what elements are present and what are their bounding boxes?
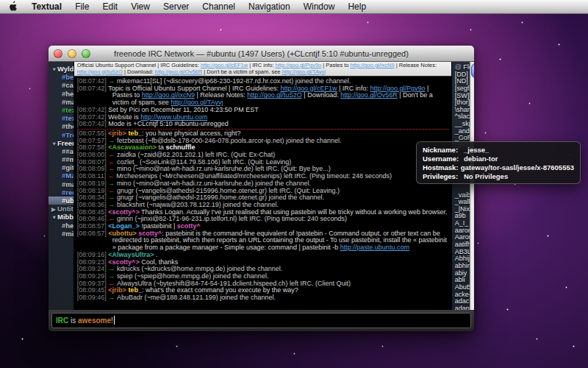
text-segment: | Don't be a victim of spam, see	[202, 68, 282, 75]
chat-message: [08:07:42] Topic is Official Ubuntu Supp…	[77, 85, 449, 107]
hyperlink[interactable]: http://goo.gl/cEF1w	[280, 85, 337, 92]
minimize-button[interactable]	[68, 49, 76, 58]
text-segment: <Ascavasaion>	[108, 144, 157, 151]
hyperlink[interactable]: http://goo.gl/ixcN9	[351, 62, 395, 68]
sidebar-group-freenode-irc-network[interactable]: ▼Freenode IRC Network	[49, 139, 74, 147]
menu-item-server[interactable]: Server	[157, 0, 196, 14]
hyperlink[interactable]: http://goo.gl/tuSzO	[247, 91, 302, 99]
text-segment: ←	[108, 280, 117, 287]
text-segment: spiep (~spiep@home.mmpg.de) joined the c…	[117, 272, 269, 280]
timestamp: [08:08:11]	[77, 172, 108, 180]
hyperlink[interactable]: http://goo.gl/Ov56R	[155, 68, 203, 75]
scrollbar-thumb[interactable]	[471, 63, 474, 78]
text-segment: !	[111, 316, 113, 325]
sidebar-item-reddit[interactable]: #reddit	[49, 188, 74, 197]
disclosure-triangle-icon[interactable]: ▼	[51, 66, 57, 74]
scroll-down-arrow-icon[interactable]: ▼	[473, 303, 474, 308]
apple-icon	[9, 1, 18, 13]
menu-item-help[interactable]: Help	[341, 0, 373, 14]
timestamp: [08:08:09]	[77, 165, 109, 172]
text-segment: ginnn (~jinxi@82-171-96-231.ip.telfort.n…	[117, 215, 347, 222]
sidebar-item-ubuntu[interactable]: #ubuntu	[49, 197, 74, 205]
sidebar-item-textual[interactable]: #textual	[49, 106, 74, 114]
input-bar: IRC is awesome!	[49, 310, 474, 331]
disclosure-triangle-icon[interactable]: ▼	[51, 213, 57, 222]
sidebar-item-apple[interactable]: ##apple	[49, 147, 74, 155]
menu-item-file[interactable]: File	[68, 0, 96, 14]
sidebar-item-mac[interactable]: ##mac	[49, 155, 74, 163]
text-segment: is	[68, 316, 78, 325]
sidebar-group-mibbit-irc-network[interactable]: ▼Mibbit IRC Network	[49, 213, 74, 221]
hyperlink[interactable]: http://goo.gl/TAyvj	[171, 99, 223, 106]
sidebar-item-carlyjean[interactable]: #carlyjean	[49, 81, 74, 89]
text-segment: mino (~mino@nat-wh-hadi.rz.uni-karlsruhe…	[117, 180, 311, 187]
sidebar-item-mandy[interactable]: #mandy	[49, 98, 74, 106]
hyperlink[interactable]: http://www.ubuntu.com	[140, 113, 207, 121]
sidebar-item-help[interactable]: #help	[49, 222, 74, 230]
timestamp: [08:08:00]	[77, 151, 109, 158]
hyperlink[interactable]: http://goo.gl/TAyvj	[282, 68, 326, 75]
window-title: freenode IRC Network — #ubuntu (1497 Use…	[114, 49, 409, 58]
timestamp: [08:08:46]	[77, 215, 109, 222]
hyperlink[interactable]: http://goo.gl/Pgv9o	[370, 85, 425, 92]
message-input[interactable]: IRC is awesome!	[51, 313, 471, 328]
sidebar-item-textual-dev[interactable]: #textual-dev	[49, 114, 74, 122]
disclosure-triangle-icon[interactable]: ▼	[51, 140, 57, 148]
timestamp: [08:07:42]	[77, 106, 109, 113]
timestamp: [08:08:36]	[77, 201, 109, 208]
menu-item-view[interactable]: View	[124, 0, 157, 14]
text-segment: gnugr (~vangelis@athedsl-215996.home.ote…	[117, 194, 324, 201]
menu-item-navigation[interactable]: Navigation	[242, 0, 297, 14]
menu-item-edit[interactable]: Edit	[96, 0, 124, 14]
scrollbar[interactable]: ▲ ▼	[470, 62, 474, 310]
text-segment: <ubottu>	[108, 230, 137, 237]
text-segment: →	[108, 265, 117, 272]
sidebar-group-untitled-connection[interactable]: ▶Untitled Connection	[49, 205, 74, 213]
tooltip-label: Nickname:	[423, 146, 464, 155]
timestamp: [08:07:55]	[77, 130, 109, 137]
sidebar-item-MacOSX[interactable]: #MacOSX	[49, 171, 74, 180]
timestamp: [08:08:07]	[77, 158, 109, 166]
text-segment: Mode is +CLcntjf 5:10 #ubuntu-unregged	[108, 120, 228, 127]
sidebar-item-macosxdev[interactable]: #macosxdev	[49, 180, 74, 188]
sidebar-item-thetechbuzz[interactable]: #thetechbuzz	[49, 122, 74, 130]
timestamp: [08:07:57]	[77, 137, 109, 144]
scroll-up-arrow-icon[interactable]: ▲	[473, 297, 474, 302]
text-segment: : you have physical access, right?	[142, 130, 241, 137]
text-caret	[114, 316, 115, 325]
timestamp: [08:08:19]	[77, 180, 109, 187]
timestamp: [08:08:57]	[77, 222, 109, 230]
timestamp: [08:08:45]	[77, 208, 109, 216]
close-button[interactable]	[54, 49, 62, 58]
text-segment: | Release Notes:	[195, 91, 247, 99]
hyperlink[interactable]: http://paste.ubuntu.com	[340, 244, 409, 251]
text-segment: <scotty^>	[108, 208, 139, 216]
menu-item-channel[interactable]: Channel	[196, 0, 242, 14]
sidebar-item-TreeOfSouls[interactable]: #TreeOfSouls	[49, 131, 74, 139]
timestamp: [08:09:16]	[77, 251, 109, 258]
hyperlink[interactable]: http://goo.gl/tuSzO	[77, 68, 123, 75]
sidebar-group-wyldryde-irc-network[interactable]: ▼WyldRyde IRC Network	[49, 65, 74, 73]
text-segment: .	[154, 251, 157, 258]
menu-item-window[interactable]: Window	[297, 0, 342, 14]
apple-menu[interactable]	[0, 1, 25, 13]
sidebar-item-help[interactable]: #help	[49, 90, 74, 98]
menu-bar: TextualFileEditViewServerChannelNavigati…	[0, 0, 588, 14]
tooltip-value: debian-tor	[464, 155, 498, 163]
title-bar[interactable]: freenode IRC Network — #ubuntu (1497 Use…	[49, 46, 474, 62]
menu-item-textual[interactable]: Textual	[25, 0, 68, 14]
hyperlink[interactable]: http://goo.gl/ixcN9	[142, 91, 195, 99]
tooltip-row: Username:debian-tor	[423, 155, 574, 163]
text-segment: →	[108, 137, 117, 144]
text-segment: Website is	[108, 113, 140, 121]
sidebar-item-github[interactable]: #github	[49, 163, 74, 171]
sidebar-item-mibbit[interactable]: #mibbit	[49, 230, 74, 238]
timestamp: [08:08:57]	[77, 230, 109, 237]
hyperlink[interactable]: http://goo.gl/Ov56R	[340, 91, 398, 99]
zoom-button[interactable]	[82, 49, 90, 58]
text-segment: | Release Notes:	[395, 62, 437, 68]
text-segment: →	[108, 201, 117, 208]
text-segment: | Download:	[302, 91, 340, 99]
text-segment: scotty^	[177, 222, 201, 230]
sidebar-item-bestechie[interactable]: #bestechie	[49, 73, 74, 81]
